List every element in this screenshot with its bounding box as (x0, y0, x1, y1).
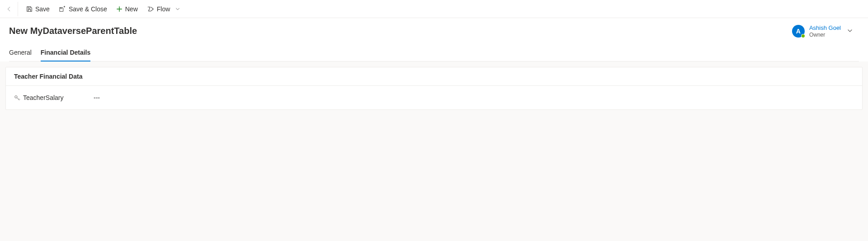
key-icon (14, 95, 20, 101)
flow-icon (147, 6, 154, 12)
avatar: A (792, 25, 805, 38)
field-teacher-salary: TeacherSalary --- (14, 94, 854, 101)
field-label: TeacherSalary (23, 94, 64, 101)
flow-button[interactable]: Flow (142, 2, 185, 16)
presence-available-icon (801, 34, 805, 38)
section-title: Teacher Financial Data (6, 67, 862, 86)
tabs: General Financial Details (9, 49, 859, 61)
new-button[interactable]: New (112, 2, 142, 16)
back-button[interactable] (4, 2, 18, 16)
form-header: New MyDataverseParentTable A Ashish Goel… (0, 18, 868, 61)
section-card: Teacher Financial Data TeacherSalary --- (5, 67, 863, 110)
chevron-down-icon (175, 7, 180, 11)
content-area: Teacher Financial Data TeacherSalary --- (0, 61, 868, 115)
plus-icon (116, 6, 123, 12)
avatar-initial: A (796, 28, 801, 35)
new-label: New (125, 5, 138, 13)
field-value[interactable]: --- (94, 94, 100, 101)
flow-label: Flow (157, 5, 170, 13)
owner-name: Ashish Goel (809, 24, 841, 32)
save-close-icon (59, 6, 66, 12)
record-title: New MyDataverseParentTable (9, 26, 137, 36)
owner-info: Ashish Goel Owner (809, 24, 841, 38)
tab-general[interactable]: General (9, 49, 32, 61)
owner-block[interactable]: A Ashish Goel Owner (792, 24, 859, 38)
save-close-button[interactable]: Save & Close (54, 2, 112, 16)
owner-expand-button[interactable] (845, 26, 854, 37)
save-close-label: Save & Close (69, 5, 107, 13)
arrow-left-icon (6, 6, 12, 12)
save-icon (26, 6, 33, 12)
save-label: Save (35, 5, 50, 13)
owner-role: Owner (809, 32, 841, 38)
save-button[interactable]: Save (22, 2, 54, 16)
command-bar: Save Save & Close New Flow (0, 0, 868, 18)
tab-financial-details[interactable]: Financial Details (41, 49, 90, 61)
